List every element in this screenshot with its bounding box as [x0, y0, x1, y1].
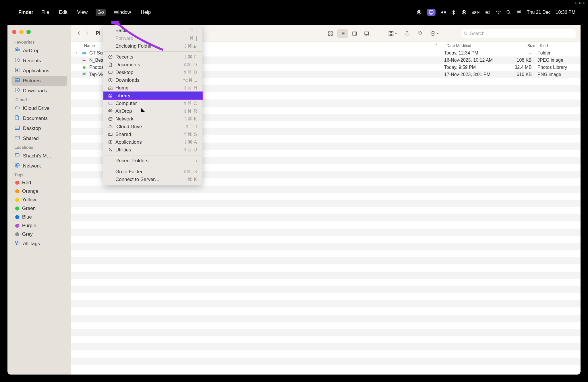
menu-window[interactable]: Window: [112, 9, 133, 16]
svg-rect-32: [389, 34, 391, 36]
menu-shortcut: ⇧⌘▲: [183, 43, 197, 49]
empty-row: [71, 350, 581, 358]
go-menu-utilities[interactable]: Utilities⇧⌘ U: [103, 146, 202, 154]
sidebar-item-red[interactable]: Red: [11, 178, 67, 187]
control-center-icon[interactable]: [517, 10, 522, 15]
column-view-button[interactable]: [349, 29, 360, 38]
group-by-button[interactable]: [386, 31, 399, 36]
tags-button[interactable]: [415, 30, 425, 37]
sidebar-section-header: iCloud: [11, 96, 67, 103]
go-menu-back[interactable]: Back⌘ [: [103, 27, 202, 34]
go-menu-icloud-drive[interactable]: iCloud Drive⇧⌘ I: [103, 123, 202, 130]
shared-icon: [108, 132, 115, 137]
col-date[interactable]: Date Modified: [444, 43, 506, 48]
go-menu-connect-to-server-[interactable]: Connect to Server…⌘ K: [103, 176, 202, 183]
sidebar-item-green[interactable]: Green: [11, 204, 67, 213]
menubar-time[interactable]: 10:36 PM: [556, 10, 575, 15]
go-menu[interactable]: Back⌘ [Forward⌘ ]Enclosing Folder⇧⌘▲Rece…: [103, 25, 202, 185]
view-switcher[interactable]: [325, 29, 372, 38]
sidebar-item-yellow[interactable]: Yellow: [11, 196, 67, 204]
wifi-icon[interactable]: [496, 10, 501, 15]
back-button[interactable]: [76, 30, 82, 37]
screen-mirroring-icon[interactable]: [427, 9, 436, 16]
spotlight-icon[interactable]: [506, 10, 511, 15]
gallery-view-button[interactable]: [361, 29, 372, 38]
go-menu-network[interactable]: Network⇧⌘ K: [103, 115, 202, 123]
go-menu-recent-folders[interactable]: Recent Folders›: [103, 157, 202, 165]
disclosure-icon[interactable]: ›: [76, 51, 80, 55]
svg-rect-11: [517, 13, 521, 14]
file-size: --: [506, 50, 537, 56]
sidebar-item-shared[interactable]: Shared: [11, 133, 67, 143]
go-menu-computer[interactable]: Computer⇧⌘ C: [103, 100, 202, 107]
sidebar-item-network[interactable]: Network: [11, 161, 67, 171]
sidebar-item-downloads[interactable]: Downloads: [11, 86, 67, 96]
volume-icon[interactable]: [441, 10, 446, 15]
sidebar-item-grey[interactable]: Grey: [11, 230, 67, 239]
screen-record-icon[interactable]: [417, 10, 422, 15]
sidebar-item-airdrop[interactable]: AirDrop: [11, 46, 67, 56]
go-menu-airdrop[interactable]: AirDrop⇧⌘ R: [103, 107, 202, 115]
desktop-icon: [14, 125, 20, 132]
bluetooth-icon[interactable]: [451, 10, 456, 15]
menu-view[interactable]: View: [76, 9, 90, 16]
window-controls[interactable]: [7, 28, 71, 38]
now-playing-icon[interactable]: [461, 10, 467, 15]
go-menu-go-to-folder-[interactable]: Go to Folder…⇧⌘ G: [103, 168, 202, 176]
menu-file[interactable]: File: [40, 9, 51, 16]
go-menu-applications[interactable]: Applications⇧⌘ A: [103, 138, 202, 146]
sidebar-item-shachi-s-m-[interactable]: Shachi's M…: [11, 151, 67, 161]
file-kind: Folder: [537, 50, 581, 56]
sidebar-item-purple[interactable]: Purple: [11, 221, 67, 230]
minimize-button[interactable]: [19, 30, 24, 34]
go-menu-recents[interactable]: Recents⇧⌘ F: [103, 53, 202, 61]
sidebar-item-applications[interactable]: Applications: [11, 66, 67, 76]
actions-button[interactable]: [428, 31, 441, 36]
menubar-date[interactable]: Thu 21 Dec: [527, 10, 551, 15]
sidebar-item-recents[interactable]: Recents: [11, 56, 67, 66]
forward-button[interactable]: [84, 30, 90, 37]
col-kind[interactable]: Kind: [537, 43, 581, 48]
svg-point-8: [507, 10, 510, 13]
sidebar-item-orange[interactable]: Orange: [11, 187, 67, 196]
menu-edit[interactable]: Edit: [57, 9, 69, 16]
sidebar-item-pictures[interactable]: Pictures: [11, 76, 67, 86]
sidebar-item-blue[interactable]: Blue: [11, 213, 67, 221]
go-menu-home[interactable]: Home⇧⌘ H: [103, 84, 202, 92]
sidebar-item-label: AirDrop: [23, 48, 40, 54]
go-menu-shared[interactable]: Shared⇧⌘ S: [103, 130, 202, 138]
search-field[interactable]: Search: [461, 29, 576, 38]
sidebar-item-all-tags-[interactable]: All Tags…: [11, 239, 67, 249]
zoom-button[interactable]: [26, 30, 31, 34]
col-size[interactable]: Size: [506, 43, 537, 48]
laptop-icon: [108, 101, 115, 106]
menu-item-label: Library: [115, 93, 197, 99]
empty-row: [71, 221, 581, 229]
battery-percent[interactable]: 48%: [472, 10, 480, 15]
file-date: Today, 12:34 PM: [444, 50, 506, 56]
menubar[interactable]: Finder File Edit View Go Window Help 48%…: [7, 7, 581, 17]
sidebar-item-icloud-drive[interactable]: iCloud Drive: [11, 103, 67, 113]
empty-row: [71, 193, 581, 200]
close-button[interactable]: [12, 30, 16, 34]
share-button[interactable]: [402, 30, 412, 37]
go-menu-downloads[interactable]: Downloads⌥⌘ L: [103, 76, 202, 84]
go-menu-enclosing-folder[interactable]: Enclosing Folder⇧⌘▲: [103, 42, 202, 50]
go-menu-library[interactable]: Library: [103, 92, 202, 100]
menu-go[interactable]: Go: [96, 9, 106, 16]
icon-view-button[interactable]: [325, 29, 336, 38]
list-view-button[interactable]: [337, 29, 348, 38]
svg-point-23: [16, 243, 18, 245]
svg-rect-42: [83, 60, 86, 61]
go-menu-desktop[interactable]: Desktop⇧⌘ D: [103, 69, 202, 76]
battery-icon[interactable]: [486, 10, 491, 15]
sidebar-item-label: Red: [22, 180, 31, 186]
go-menu-documents[interactable]: Documents⇧⌘ O: [103, 61, 202, 69]
menu-help[interactable]: Help: [139, 9, 152, 16]
menu-item-label: Downloads: [115, 77, 183, 83]
empty-row: [71, 250, 581, 257]
sidebar-item-documents[interactable]: Documents: [11, 113, 67, 123]
svg-rect-47: [83, 73, 86, 75]
sidebar-item-desktop[interactable]: Desktop: [11, 123, 67, 133]
app-name[interactable]: Finder: [18, 9, 33, 15]
